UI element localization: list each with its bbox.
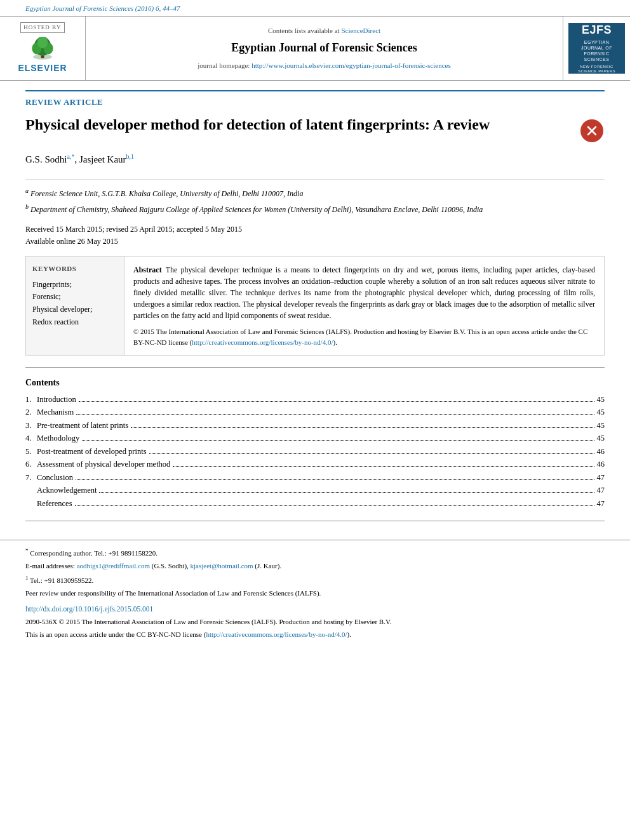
keywords-title: KEYWORDS [32, 264, 117, 274]
hosted-by-label: HOSTED BY [20, 22, 64, 33]
homepage-line: journal homepage: http://www.journals.el… [198, 61, 451, 70]
journal-ref-text: Egyptian Journal of Forensic Sciences (2… [25, 4, 180, 12]
email1-link[interactable]: aodhigs1@rediffmail.com [77, 562, 150, 570]
contents-num-6: 6. [25, 459, 37, 470]
sciencedirect-link[interactable]: ScienceDirect [341, 27, 380, 34]
contents-item-6: 6. Assessment of physical developer meth… [25, 459, 605, 470]
contents-label-3: Pre-treatment of latent prints [37, 420, 128, 432]
crossmark-icon [580, 119, 603, 142]
aff-a-sup: a [25, 187, 29, 194]
contents-page-9: 47 [597, 498, 605, 510]
crossmark-badge [579, 118, 605, 143]
keyword-2: Forensic; [32, 291, 117, 302]
contents-num-1: 1. [25, 394, 37, 406]
contents-label-1: Introduction [37, 394, 76, 406]
journal-homepage-link[interactable]: http://www.journals.elsevier.com/egyptia… [251, 62, 451, 69]
abstract-body: The physical developer technique is a me… [133, 265, 595, 320]
contents-label-4: Methodology [37, 433, 79, 444]
contents-dots-5 [149, 453, 594, 454]
section-divider-2 [25, 521, 605, 521]
bottom-copyright: 2090-536X © 2015 The International Assoc… [25, 617, 605, 627]
contents-dots-2 [76, 414, 594, 415]
contents-dots-6 [173, 466, 594, 467]
elsevier-brand-text: ELSEVIER [18, 62, 67, 75]
contents-dots-4 [82, 440, 594, 441]
contents-label-7: Conclusion [37, 472, 73, 484]
footer-section: * Corresponding author. Tel.: +91 989115… [0, 540, 630, 646]
keyword-1: Fingerprints; [32, 279, 117, 290]
tel-text: Tel.: +91 8130959522. [30, 577, 93, 584]
cc-license-link[interactable]: http://creativecommons.org/licenses/by-n… [192, 338, 333, 346]
email-label: E-mail addresses: [25, 562, 75, 570]
journal-center-header: Contents lists available at ScienceDirec… [86, 17, 563, 80]
contents-page-4: 45 [597, 433, 605, 444]
bottom-copyright-text: 2090-536X © 2015 The International Assoc… [25, 618, 391, 625]
copyright-close: ). [333, 338, 337, 346]
author-1-name: G.S. Sodhi [25, 154, 67, 164]
corresponding-text: Corresponding author. Tel.: +91 98911582… [30, 549, 158, 557]
contents-item-7: 7. Conclusion 47 [25, 472, 605, 484]
dates-line: Received 15 March 2015; revised 25 April… [25, 224, 605, 235]
cc-license-link-2[interactable]: http://creativecommons.org/licenses/by-n… [206, 630, 347, 638]
author-separator: , [74, 154, 79, 164]
doi-link[interactable]: http://dx.doi.org/10.1016/j.ejfs.2015.05… [25, 605, 153, 613]
contents-label-8: Acknowledgement [37, 485, 97, 497]
homepage-label: journal homepage: [198, 62, 250, 69]
keyword-3: Physical developer; [32, 304, 117, 315]
page-wrapper: Egyptian Journal of Forensic Sciences (2… [0, 0, 630, 646]
elsevier-logo-box: HOSTED BY ELSEVIER [0, 17, 86, 80]
author-2-sup: b,1 [126, 153, 135, 160]
keywords-box: KEYWORDS Fingerprints; Forensic; Physica… [26, 257, 124, 355]
peer-review-note: Peer review under responsibility of The … [25, 588, 605, 599]
tel-footnote: 1 Tel.: +91 8130959522. [25, 574, 605, 585]
contents-item-2: 2. Mechanism 45 [25, 407, 605, 418]
abstract-copyright: © 2015 The International Association of … [133, 326, 595, 347]
contents-num-5: 5. [25, 446, 37, 458]
contents-num-3: 3. [25, 420, 37, 432]
contents-page-7: 47 [597, 472, 605, 484]
contents-page-2: 45 [597, 407, 605, 418]
article-title-text: Physical developer method for detection … [25, 115, 579, 135]
open-access-text: This is an open access article under the… [25, 630, 206, 638]
elsevier-logo: ELSEVIER [17, 37, 68, 75]
journal-title-header: Egyptian Journal of Forensic Sciences [231, 40, 417, 56]
journal-ref-line: Egyptian Journal of Forensic Sciences (2… [0, 0, 630, 16]
journal-logo-img: EJFS EGYPTIAN JOURNAL OF FORENSIC SCIENC… [568, 23, 625, 74]
article-title-row: Physical developer method for detection … [25, 115, 605, 143]
abstract-box: AbstractThe physical developer technique… [124, 257, 604, 355]
available-online-line: Available online 26 May 2015 [25, 236, 605, 247]
email2-link[interactable]: kjasjeet@hotmail.com [191, 562, 253, 570]
contents-label-6: Assessment of physical developer method [37, 459, 170, 470]
aff-b-text: Department of Chemistry, Shaheed Rajguru… [30, 205, 483, 214]
contents-label-9: References [37, 498, 72, 510]
contents-label-2: Mechanism [37, 407, 74, 418]
abstract-label: Abstract [133, 265, 162, 274]
contents-page-8: 47 [597, 485, 605, 497]
contents-page-6: 46 [597, 459, 605, 470]
contents-dots-3 [131, 427, 594, 428]
keywords-abstract-block: KEYWORDS Fingerprints; Forensic; Physica… [25, 256, 605, 356]
author-2-name: Jasjeet Kaur [79, 154, 126, 164]
contents-item-9: References 47 [25, 498, 605, 510]
journal-header: HOSTED BY ELSEVIER Contents lists availa… [0, 16, 630, 81]
contents-item-8: Acknowledgement 47 [25, 485, 605, 497]
bottom-open-access: This is an open access article under the… [25, 629, 605, 640]
contents-dots-8 [99, 492, 594, 493]
contents-page-5: 46 [597, 446, 605, 458]
contents-available-line: Contents lists available at ScienceDirec… [268, 26, 380, 36]
email1-name: (G.S. Sodhi), [152, 562, 189, 570]
main-content: REVIEW ARTICLE Physical developer method… [0, 81, 630, 540]
contents-section: Contents 1. Introduction 45 2. Mechanism… [25, 377, 605, 509]
contents-title: Contents [25, 377, 605, 389]
contents-num-7: 7. [25, 472, 37, 484]
elsevier-tree-icon [27, 37, 58, 60]
email2-name: (J. Kaur). [255, 562, 281, 570]
contents-page-3: 45 [597, 420, 605, 432]
section-divider-1 [25, 367, 605, 368]
email-footnote: E-mail addresses: aodhigs1@rediffmail.co… [25, 561, 605, 571]
contents-dots-7 [76, 479, 594, 480]
contents-item-4: 4. Methodology 45 [25, 433, 605, 444]
contents-num-4: 4. [25, 433, 37, 444]
contents-page-1: 45 [597, 394, 605, 406]
affiliation-a: a Forensic Science Unit, S.G.T.B. Khalsa… [25, 186, 605, 199]
